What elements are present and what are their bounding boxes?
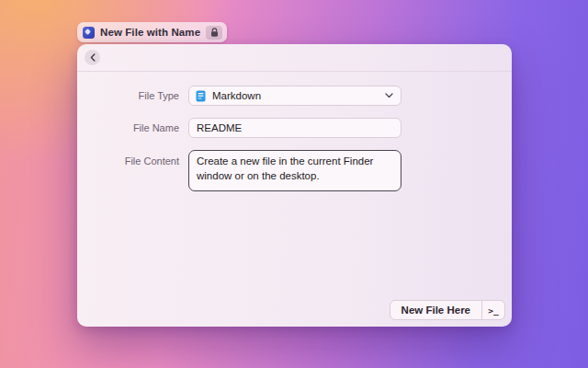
lock-icon: [206, 26, 222, 40]
desktop-background: New File with Name File Type: [0, 0, 588, 368]
app-icon: [83, 27, 95, 39]
new-file-form: File Type Markdown File Name: [77, 72, 512, 191]
new-file-here-button[interactable]: New File Here: [390, 301, 481, 319]
file-name-row: File Name: [77, 118, 512, 138]
file-content-row: File Content Create a new file in the cu…: [77, 150, 512, 191]
chevron-down-icon: [385, 93, 393, 98]
terminal-shortcut-button[interactable]: >_: [482, 301, 504, 319]
file-type-row: File Type Markdown: [77, 86, 512, 106]
chevron-left-icon: [90, 53, 96, 62]
window-footer: New File Here >_: [390, 300, 505, 320]
file-type-value: Markdown: [212, 90, 379, 101]
shortcut-form-window: File Type Markdown File Name: [77, 44, 512, 327]
file-name-input[interactable]: [188, 118, 401, 138]
window-header: [77, 44, 512, 72]
terminal-prompt-icon: >_: [488, 305, 498, 316]
file-type-label: File Type: [77, 86, 179, 106]
file-name-label: File Name: [77, 118, 179, 138]
shortcut-title-badge[interactable]: New File with Name: [77, 22, 227, 42]
file-document-icon: [195, 90, 207, 102]
file-content-textarea[interactable]: Create a new file in the current Finder …: [188, 150, 401, 191]
badge-title: New File with Name: [100, 27, 200, 38]
action-button-group: New File Here >_: [390, 300, 505, 320]
back-button[interactable]: [85, 50, 100, 65]
file-content-label: File Content: [77, 150, 179, 167]
file-type-select[interactable]: Markdown: [188, 86, 401, 106]
